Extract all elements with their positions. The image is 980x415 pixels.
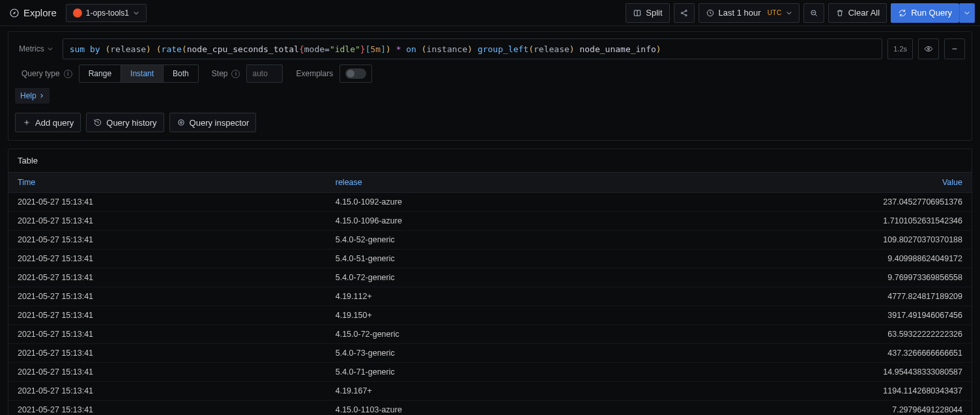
info-icon[interactable]: i — [64, 70, 72, 78]
col-value[interactable]: Value — [644, 173, 972, 193]
cell-time: 2021-05-27 15:13:41 — [8, 287, 326, 306]
zoom-out-button[interactable] — [803, 3, 824, 23]
table-row[interactable]: 2021-05-27 15:13:415.4.0-51-generic9.409… — [8, 250, 972, 268]
cell-release: 5.4.0-51-generic — [326, 250, 644, 268]
svg-line-7 — [682, 11, 685, 12]
history-icon — [93, 118, 102, 127]
share-icon — [680, 8, 689, 18]
help-link[interactable]: Help — [15, 88, 50, 104]
prometheus-icon — [73, 8, 82, 18]
table-row[interactable]: 2021-05-27 15:13:414.15.0-72-generic63.5… — [8, 325, 972, 344]
cell-release: 4.15.0-1096-azure — [326, 212, 644, 231]
cell-release: 4.15.0-1092-azure — [326, 193, 644, 212]
compass-icon — [9, 8, 20, 18]
table-row[interactable]: 2021-05-27 15:13:415.4.0-71-generic14.95… — [8, 363, 972, 382]
time-range-picker[interactable]: Last 1 hour UTC — [699, 3, 800, 23]
split-button[interactable]: Split — [626, 3, 669, 23]
cell-time: 2021-05-27 15:13:41 — [8, 382, 326, 401]
cell-value: 9.409988624049172 — [644, 250, 972, 268]
table-row[interactable]: 2021-05-27 15:13:414.15.0-1092-azure237.… — [8, 193, 972, 212]
exemplars-toggle[interactable] — [339, 64, 372, 83]
query-type-group: Range Instant Both — [79, 64, 199, 83]
utc-badge: UTC — [768, 9, 782, 16]
query-type-range[interactable]: Range — [79, 65, 121, 82]
results-table: Time release Value 2021-05-27 15:13:414.… — [8, 173, 972, 415]
table-row[interactable]: 2021-05-27 15:13:414.15.0-1096-azure1.71… — [8, 212, 972, 231]
exemplars-label: Exemplars — [289, 64, 339, 83]
trash-icon — [835, 8, 844, 18]
cell-release: 4.15.0-1103-azure — [326, 401, 644, 416]
svg-line-11 — [815, 14, 816, 16]
step-input[interactable] — [246, 64, 283, 83]
cell-time: 2021-05-27 15:13:41 — [8, 363, 326, 382]
table-row[interactable]: 2021-05-27 15:13:415.4.0-52-generic109.8… — [8, 231, 972, 250]
cell-release: 4.19.167+ — [326, 382, 644, 401]
svg-point-6 — [685, 14, 686, 16]
columns-icon — [633, 8, 642, 18]
query-type-label: Query type i — [15, 64, 79, 83]
table-row[interactable]: 2021-05-27 15:13:414.19.150+3917.4919460… — [8, 306, 972, 325]
cell-time: 2021-05-27 15:13:41 — [8, 401, 326, 416]
cell-release: 5.4.0-71-generic — [326, 363, 644, 382]
cell-value: 437.3266666666651 — [644, 344, 972, 363]
query-inspector-button[interactable]: Query inspector — [169, 113, 257, 132]
eye-icon — [924, 44, 933, 53]
minus-icon — [950, 44, 959, 53]
cell-value: 14.954438333080587 — [644, 363, 972, 382]
zoom-out-icon — [809, 8, 818, 18]
query-type-both[interactable]: Both — [164, 65, 198, 82]
info-icon[interactable]: i — [231, 70, 240, 78]
col-time[interactable]: Time — [8, 173, 326, 193]
query-history-button[interactable]: Query history — [86, 113, 164, 132]
run-query-button[interactable]: Run Query — [891, 3, 959, 23]
promql-input[interactable]: sum by (release) (rate(node_cpu_seconds_… — [63, 38, 883, 59]
datasource-name: 1-ops-tools1 — [86, 8, 129, 18]
remove-query-button[interactable] — [944, 38, 965, 59]
refresh-icon — [898, 8, 907, 18]
chevron-down-icon — [133, 10, 139, 16]
topbar: Explore 1-ops-tools1 Split Last 1 hour U… — [0, 0, 980, 26]
cell-release: 4.19.112+ — [326, 287, 644, 306]
table-row[interactable]: 2021-05-27 15:13:415.4.0-72-generic9.769… — [8, 268, 972, 287]
svg-marker-1 — [13, 12, 16, 14]
cell-value: 1.7101052631542346 — [644, 212, 972, 231]
chevron-down-icon — [47, 46, 53, 52]
clear-all-button[interactable]: Clear All — [828, 3, 887, 23]
share-button[interactable] — [674, 3, 695, 23]
cell-release: 4.15.0-72-generic — [326, 325, 644, 344]
inspector-icon — [177, 118, 186, 127]
cell-value: 7.29796491228044 — [644, 401, 972, 416]
chevron-down-icon — [786, 10, 792, 16]
svg-point-18 — [180, 122, 182, 124]
cell-value: 3917.491946067456 — [644, 306, 972, 325]
table-row[interactable]: 2021-05-27 15:13:414.15.0-1103-azure7.29… — [8, 401, 972, 416]
table-row[interactable]: 2021-05-27 15:13:414.19.167+1194.1142680… — [8, 382, 972, 401]
col-release[interactable]: release — [326, 173, 644, 193]
datasource-picker[interactable]: 1-ops-tools1 — [66, 4, 147, 22]
table-title: Table — [8, 149, 972, 173]
plus-icon — [22, 118, 31, 127]
svg-line-8 — [682, 13, 685, 14]
table-row[interactable]: 2021-05-27 15:13:414.19.112+4777.8248171… — [8, 287, 972, 306]
query-latency: 1.2s — [887, 38, 913, 59]
cell-value: 63.59322222222326 — [644, 325, 972, 344]
cell-value: 109.80270370370188 — [644, 231, 972, 250]
cell-release: 5.4.0-52-generic — [326, 231, 644, 250]
query-actions-row: Add query Query history Query inspector — [8, 107, 972, 140]
cell-time: 2021-05-27 15:13:41 — [8, 193, 326, 212]
add-query-button[interactable]: Add query — [15, 113, 81, 132]
table-row[interactable]: 2021-05-27 15:13:415.4.0-73-generic437.3… — [8, 344, 972, 363]
cell-time: 2021-05-27 15:13:41 — [8, 231, 326, 250]
query-mode-picker[interactable]: Metrics — [15, 44, 57, 53]
chevron-right-icon — [39, 93, 44, 98]
table-panel: Table Time release Value 2021-05-27 15:1… — [8, 149, 972, 415]
eye-toggle-button[interactable] — [918, 38, 939, 59]
run-query-menu-button[interactable] — [959, 3, 975, 23]
query-type-instant[interactable]: Instant — [121, 65, 164, 82]
cell-time: 2021-05-27 15:13:41 — [8, 325, 326, 344]
cell-value: 1194.1142680343437 — [644, 382, 972, 401]
svg-point-5 — [685, 10, 686, 11]
cell-time: 2021-05-27 15:13:41 — [8, 344, 326, 363]
cell-release: 4.19.150+ — [326, 306, 644, 325]
cell-time: 2021-05-27 15:13:41 — [8, 268, 326, 287]
